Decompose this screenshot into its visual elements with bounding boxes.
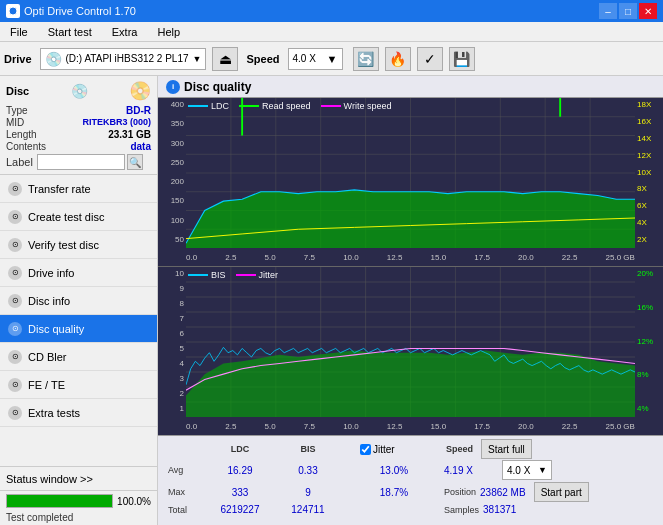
svg-point-0	[9, 7, 17, 15]
top-chart-y-axis-left: 400 350 300 250 200 150 100 50	[158, 98, 186, 246]
disc-mid-value: RITEKBR3 (000)	[82, 117, 151, 128]
status-window-button[interactable]: Status window >>	[0, 467, 157, 491]
max-jitter: 18.7%	[360, 487, 428, 498]
speed-value: 4.19 X	[444, 465, 494, 476]
speed-max-value: 4.0 X	[507, 465, 530, 476]
sidebar-item-drive-info[interactable]: ⊙ Drive info	[0, 259, 157, 287]
disc-mid-label: MID	[6, 117, 24, 128]
legend-write-color	[321, 105, 341, 107]
fe-te-icon: ⊙	[8, 378, 22, 392]
maximize-button[interactable]: □	[619, 3, 637, 19]
legend-bis: BIS	[188, 270, 226, 280]
legend-jitter-label: Jitter	[259, 270, 279, 280]
max-label: Max	[168, 487, 206, 497]
sidebar: Disc 💿 📀 Type BD-R MID RITEKBR3 (000) Le…	[0, 76, 158, 525]
legend-jitter-color	[236, 274, 256, 276]
start-full-button[interactable]: Start full	[481, 439, 532, 459]
speed-max-selector[interactable]: 4.0 X ▼	[502, 460, 552, 480]
jitter-checkbox-area: Jitter	[360, 444, 430, 455]
sidebar-item-extra-tests[interactable]: ⊙ Extra tests	[0, 399, 157, 427]
bottom-chart-y-axis-left: 10 9 8 7 6 5 4 3 2 1	[158, 267, 186, 415]
menu-extra[interactable]: Extra	[106, 25, 144, 39]
speed-header: Speed	[446, 444, 473, 454]
disc-type-label: Type	[6, 105, 28, 116]
save-button[interactable]: 💾	[449, 47, 475, 71]
legend-write-label: Write speed	[344, 101, 392, 111]
disc-length-value: 23.31 GB	[108, 129, 151, 140]
content-area: i Disc quality LDC Read speed	[158, 76, 663, 525]
position-label: Position	[444, 487, 476, 497]
disc-contents-value: data	[130, 141, 151, 152]
disc-panel: Disc 💿 📀 Type BD-R MID RITEKBR3 (000) Le…	[0, 76, 157, 175]
bottom-chart-svg	[186, 267, 635, 417]
legend-bis-label: BIS	[211, 270, 226, 280]
legend-read-speed: Read speed	[239, 101, 311, 111]
speed-selector[interactable]: 4.0 X ▼	[288, 48, 343, 70]
disc-info-icon: ⊙	[8, 294, 22, 308]
top-chart-svg	[186, 98, 635, 248]
menu-help[interactable]: Help	[151, 25, 186, 39]
charts-container: LDC Read speed Write speed 400 350 30	[158, 98, 663, 435]
verify-button[interactable]: ✓	[417, 47, 443, 71]
transfer-rate-label: Transfer rate	[28, 183, 91, 195]
title-bar: Opti Drive Control 1.70 – □ ✕	[0, 0, 663, 22]
app-icon	[6, 4, 20, 18]
sidebar-item-disc-quality[interactable]: ⊙ Disc quality	[0, 315, 157, 343]
disc-type-value: BD-R	[126, 105, 151, 116]
progress-percent: 100.0%	[117, 496, 151, 507]
drive-info-icon: ⊙	[8, 266, 22, 280]
disc-info-label: Disc info	[28, 295, 70, 307]
legend-read-color	[239, 105, 259, 107]
legend-bis-color	[188, 274, 208, 276]
legend-ldc-color	[188, 105, 208, 107]
disc-label-input[interactable]	[37, 154, 125, 170]
verify-test-disc-icon: ⊙	[8, 238, 22, 252]
fe-te-label: FE / TE	[28, 379, 65, 391]
eject-button[interactable]: ⏏	[212, 47, 238, 71]
samples-label: Samples	[444, 505, 479, 515]
avg-label: Avg	[168, 465, 206, 475]
sidebar-item-disc-info[interactable]: ⊙ Disc info	[0, 287, 157, 315]
legend-jitter: Jitter	[236, 270, 279, 280]
extra-tests-icon: ⊙	[8, 406, 22, 420]
top-chart-x-axis: 0.0 2.5 5.0 7.5 10.0 12.5 15.0 17.5 20.0…	[186, 248, 635, 266]
chart-header: i Disc quality	[158, 76, 663, 98]
legend-read-label: Read speed	[262, 101, 311, 111]
start-part-button[interactable]: Start part	[534, 482, 589, 502]
minimize-button[interactable]: –	[599, 3, 617, 19]
chart-header-icon: i	[166, 80, 180, 94]
sidebar-item-verify-test-disc[interactable]: ⊙ Verify test disc	[0, 231, 157, 259]
menu-file[interactable]: File	[4, 25, 34, 39]
cd-bler-icon: ⊙	[8, 350, 22, 364]
sidebar-item-cd-bler[interactable]: ⊙ CD Bler	[0, 343, 157, 371]
progress-track	[6, 494, 113, 508]
legend-ldc-label: LDC	[211, 101, 229, 111]
disc-label-label: Label	[6, 156, 33, 168]
legend-ldc: LDC	[188, 101, 229, 111]
speed-dropdown-arrow: ▼	[327, 53, 338, 65]
disc-label-button[interactable]: 🔍	[127, 154, 143, 170]
jitter-checkbox[interactable]	[360, 444, 371, 455]
menu-bar: File Start test Extra Help	[0, 22, 663, 42]
verify-test-disc-label: Verify test disc	[28, 239, 99, 251]
bottom-chart-y-axis-right: 20% 16% 12% 8% 4%	[635, 267, 663, 415]
total-label: Total	[168, 505, 206, 515]
max-ldc: 333	[206, 487, 274, 498]
close-button[interactable]: ✕	[639, 3, 657, 19]
sidebar-item-create-test-disc[interactable]: ⊙ Create test disc	[0, 203, 157, 231]
burn-button[interactable]: 🔥	[385, 47, 411, 71]
disc-image-icon: 📀	[129, 80, 151, 102]
refresh-button[interactable]: 🔄	[353, 47, 379, 71]
disc-icon: 💿	[71, 83, 88, 99]
legend-write-speed: Write speed	[321, 101, 392, 111]
sidebar-item-transfer-rate[interactable]: ⊙ Transfer rate	[0, 175, 157, 203]
progress-fill	[7, 495, 112, 507]
sidebar-item-fe-te[interactable]: ⊙ FE / TE	[0, 371, 157, 399]
transfer-rate-icon: ⊙	[8, 182, 22, 196]
menu-start-test[interactable]: Start test	[42, 25, 98, 39]
position-value: 23862 MB	[480, 487, 526, 498]
disc-section-title: Disc	[6, 85, 29, 97]
drive-selector[interactable]: 💿 (D:) ATAPI iHBS312 2 PL17 ▼	[40, 48, 207, 70]
avg-jitter: 13.0%	[360, 465, 428, 476]
create-test-disc-label: Create test disc	[28, 211, 104, 223]
